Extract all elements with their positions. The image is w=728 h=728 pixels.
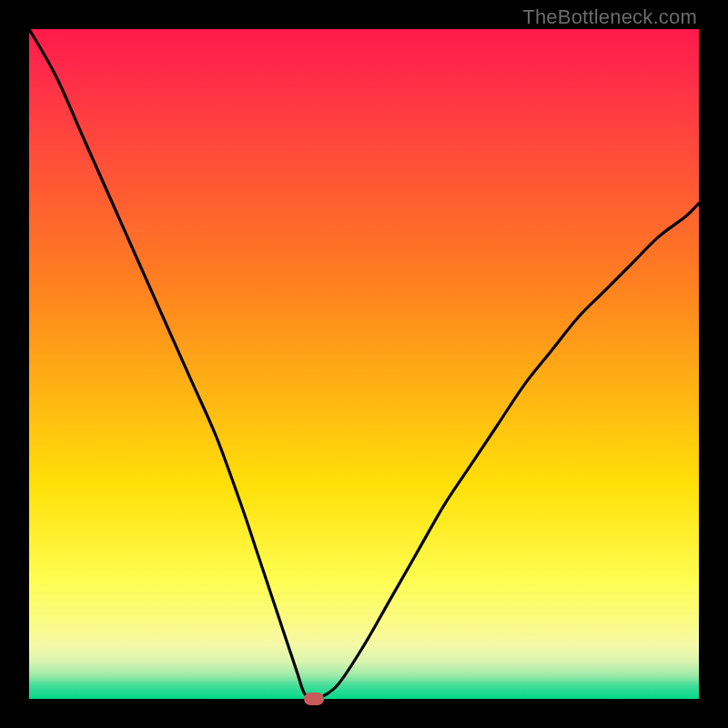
plot-area <box>29 29 699 699</box>
optimal-marker <box>304 693 324 705</box>
chart-frame: TheBottleneck.com <box>0 0 728 728</box>
watermark-text: TheBottleneck.com <box>522 5 697 29</box>
bottleneck-curve <box>29 29 699 699</box>
